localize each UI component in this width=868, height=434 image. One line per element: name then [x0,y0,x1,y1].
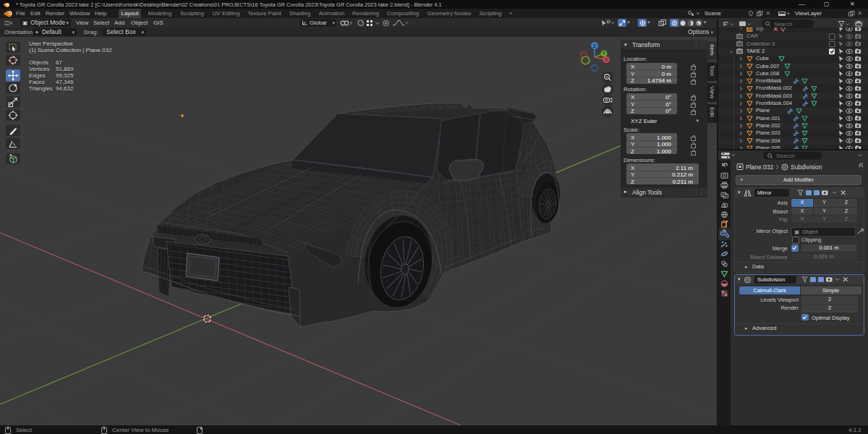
svg-text:Z: Z [593,43,597,48]
svg-text:+: + [605,75,608,80]
svg-text:Search: Search [774,21,792,27]
svg-text:X: X [605,57,608,62]
svg-text:Subdivision: Subdivision [791,163,822,171]
svg-text:Plane.032: Plane.032 [746,163,774,171]
svg-text:Y: Y [603,51,606,56]
svg-text:Search: Search [776,153,794,159]
